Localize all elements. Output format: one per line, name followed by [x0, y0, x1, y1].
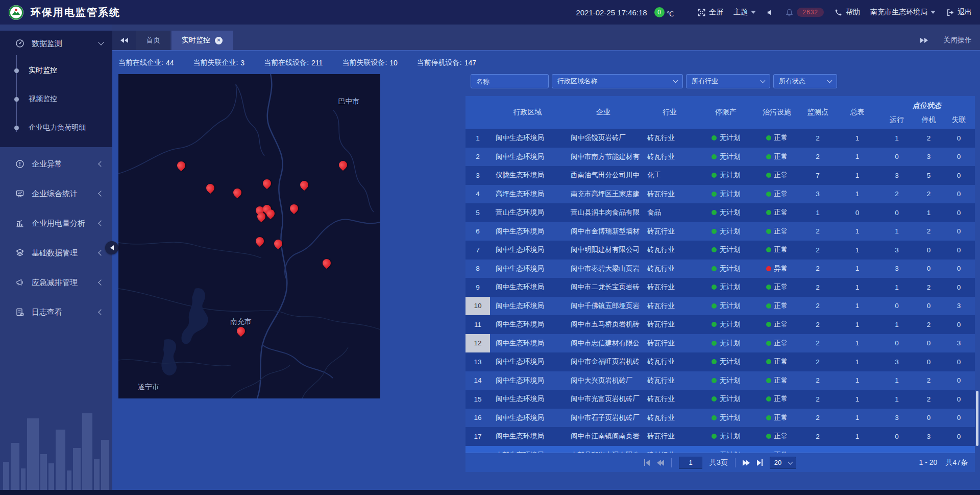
first-page-button[interactable] [644, 459, 650, 466]
cell-meters: 0 [836, 203, 879, 222]
user-org-dropdown[interactable]: 南充市生态环境局 [870, 8, 936, 17]
cell-points: 2 [800, 129, 836, 148]
row-index-cell: 17 [465, 427, 490, 446]
table-row[interactable]: 16阆中生态环境局阆中市石子页岩机砖厂砖瓦行业无计划正常21300 [465, 409, 975, 428]
panel-collapse-button[interactable] [105, 241, 118, 254]
sidebar-item-日志查看[interactable]: 日志查看 [0, 297, 112, 327]
stat-item: 当前停机设备:147 [417, 58, 476, 67]
table-row[interactable]: 10阆中生态环境局阆中千佛镇五郎垭页岩砖瓦行业无计划正常21003 [465, 297, 975, 316]
table-row[interactable]: 13阆中生态环境局阆中市金福旺页岩机砖砖瓦行业无计划正常21300 [465, 352, 975, 371]
row-index-cell: 15 [465, 390, 490, 409]
page-number-input[interactable] [679, 457, 702, 469]
status-label: 无计划 [720, 208, 741, 217]
help-button[interactable]: 帮助 [834, 8, 860, 17]
cell-halt: 2 [915, 222, 943, 241]
region-select[interactable]: 行政区域名称 [552, 74, 683, 88]
last-page-button[interactable] [757, 459, 763, 466]
table-row[interactable]: 9阆中生态环境局阆中市二龙长宝页岩砖砖瓦行业无计划正常21120 [465, 278, 975, 297]
status-label: 正常 [774, 339, 788, 348]
status-dot [712, 359, 717, 364]
sidebar-item-视频监控[interactable]: 视频监控 [0, 85, 112, 113]
sidebar-item-企业异常[interactable]: 企业异常 [0, 149, 112, 179]
status-dot [712, 266, 717, 271]
page-size-select[interactable]: 20 [770, 457, 796, 469]
status-dot [712, 229, 717, 234]
status-dot [766, 135, 771, 140]
table-row[interactable]: 8阆中生态环境局阆中市枣碧大梁山页岩砖瓦行业无计划异常21300 [465, 260, 975, 278]
chevron-down-icon [673, 78, 678, 83]
cell-region: 阆中生态环境局 [490, 334, 565, 353]
close-operations-button[interactable]: 关闭操作 [943, 36, 972, 45]
status-cell-stop_plan: 无计划 [698, 166, 754, 185]
table-row[interactable]: 7阆中生态环境局阆中明阳建材有限公司砖瓦行业无计划正常21300 [465, 241, 975, 260]
cell-region: 阆中生态环境局 [490, 148, 565, 167]
table-row[interactable]: 12阆中生态环境局阆中市忠信建材有限公砖瓦行业无计划正常21003 [465, 334, 975, 353]
total-count-label: 共47条 [945, 458, 968, 467]
tabs-scroll-right-button[interactable] [920, 38, 928, 43]
tabs-scroll-left-button[interactable] [112, 31, 136, 50]
sidebar-item-实时监控[interactable]: 实时监控 [0, 56, 112, 85]
cell-halt: 0 [915, 241, 943, 260]
cell-region: 阆中生态环境局 [490, 297, 565, 316]
prev-page-button[interactable] [657, 460, 664, 466]
table-row[interactable]: 15阆中生态环境局阆中市光富页岩机砖厂砖瓦行业无计划正常21120 [465, 390, 975, 409]
table-row[interactable]: 14阆中生态环境局阆中大兴页岩机砖厂砖瓦行业无计划正常21120 [465, 371, 975, 390]
status-label: 无计划 [720, 227, 741, 236]
sidebar-item-企业综合统计[interactable]: 企业综合统计 [0, 179, 112, 208]
fullscreen-button[interactable]: 全屏 [697, 8, 723, 17]
cell-region: 阆中生态环境局 [490, 315, 565, 334]
tab-首页[interactable]: 首页 [136, 31, 170, 50]
cell-meters: 1 [836, 241, 879, 260]
table-row[interactable]: 6阆中生态环境局阆中市金博瑞新型墙材砖瓦行业无计划正常21120 [465, 222, 975, 241]
chevron-down-icon [827, 78, 832, 83]
status-dot [712, 415, 717, 420]
table-row[interactable]: 11阆中生态环境局阆中市五马桥页岩机砖砖瓦行业无计划正常21120 [465, 315, 975, 334]
cell-company: 阆中大兴页岩机砖厂 [565, 371, 642, 390]
cell-run: 1 [879, 222, 915, 241]
sidebar-item-企业用电量分析[interactable]: 企业用电量分析 [0, 208, 112, 238]
name-search-field[interactable] [471, 74, 549, 88]
table-row[interactable]: 5营山生态环境局营山县润丰肉食品有限食品无计划正常10010 [465, 203, 975, 222]
tab-实时监控[interactable]: 实时监控✕ [172, 31, 233, 50]
table-row[interactable]: 2阆中生态环境局阆中市南方节能建材有砖瓦行业无计划正常21030 [465, 148, 975, 167]
status-select[interactable]: 所有状态 [773, 74, 837, 88]
chevron-left-icon [98, 250, 104, 255]
chevron-left-icon [98, 220, 104, 226]
notification-count-badge: 2632 [797, 8, 824, 17]
table-row[interactable]: 3仪陇生态环境局西南油气田分公司川中化工无计划正常71350 [465, 166, 975, 185]
sidebar-item-基础数据管理[interactable]: 基础数据管理 [0, 238, 112, 268]
sidebar-sublist: 实时监控视频监控企业电力负荷明细 [0, 56, 112, 142]
status-dot [712, 434, 717, 439]
sidebar-item-数据监测[interactable]: 数据监测 [0, 31, 112, 56]
cell-meters: 1 [836, 371, 879, 390]
logout-button[interactable]: 退出 [946, 8, 972, 17]
status-dot [712, 135, 717, 140]
cell-industry: 砖瓦行业 [642, 409, 698, 428]
status-label: 无计划 [720, 339, 741, 348]
table-row[interactable]: 18南部生态环境局南部县砌兴水泥有限公建材行业无计划正常50050 [465, 446, 975, 453]
stat-item: 当前在线企业:44 [118, 58, 174, 67]
status-label: 正常 [774, 413, 788, 422]
table-row[interactable]: 1阆中生态环境局阆中强锐页岩砖厂砖瓦行业无计划正常21120 [465, 129, 975, 148]
sidebar-item-企业电力负荷明细[interactable]: 企业电力负荷明细 [0, 113, 112, 142]
cell-company: 营山县润丰肉食品有限 [565, 203, 642, 222]
mute-button[interactable] [766, 8, 775, 17]
sidebar-item-应急减排管理[interactable]: 应急减排管理 [0, 268, 112, 297]
row-index-cell: 5 [465, 203, 490, 222]
close-icon[interactable]: ✕ [215, 37, 223, 44]
cell-run: 3 [879, 241, 915, 260]
map[interactable]: 巴中市南充市遂宁市 [118, 74, 380, 398]
industry-select[interactable]: 所有行业 [686, 74, 770, 88]
table-row[interactable]: 4高坪生态环境局南充市高坪区王家店建砖瓦行业无计划正常31220 [465, 185, 975, 204]
notifications-button[interactable]: 2632 [785, 8, 824, 17]
megaphone-icon [15, 278, 24, 287]
next-page-button[interactable] [743, 460, 750, 466]
name-search-input[interactable] [476, 78, 543, 85]
cell-region: 营山生态环境局 [490, 203, 565, 222]
cell-region: 阆中生态环境局 [490, 427, 565, 446]
table-row[interactable]: 17阆中生态环境局阆中市江南镇阆南页岩砖瓦行业无计划正常21030 [465, 427, 975, 446]
cell-region: 南部生态环境局 [490, 446, 565, 453]
map-label-巴中市: 巴中市 [338, 97, 359, 106]
scrollbar-thumb[interactable] [976, 391, 978, 446]
theme-dropdown[interactable]: 主题 [733, 8, 756, 17]
